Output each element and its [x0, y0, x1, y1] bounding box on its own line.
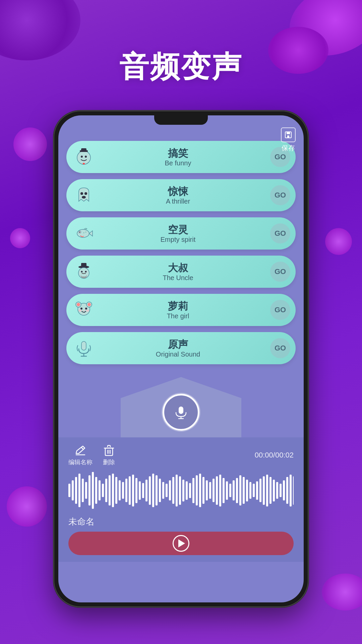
wave-bar	[125, 479, 127, 502]
svg-point-29	[78, 310, 82, 312]
effect-name-cn-spirit: 空灵	[86, 224, 270, 236]
wave-bar	[216, 476, 218, 505]
wave-bar	[72, 480, 74, 500]
go-button-spirit[interactable]: GO	[270, 223, 290, 244]
bottom-area: 编辑名称 删除 00:00/00:02	[58, 437, 304, 562]
wave-bar	[115, 477, 117, 504]
wave-bar	[280, 484, 282, 497]
play-triangle-icon	[178, 539, 185, 547]
wave-bar	[88, 475, 90, 505]
effect-name-en-girl: The girl	[86, 312, 270, 320]
effect-text-girl: 萝莉 The girl	[86, 300, 270, 320]
effect-row-funny[interactable]: 搞笑 Be funny GO	[66, 141, 296, 173]
svg-point-31	[83, 310, 84, 311]
effect-row-girl[interactable]: 萝莉 The girl GO	[66, 294, 296, 326]
effect-text-spirit: 空灵 Empty spirit	[86, 224, 270, 244]
effect-name-cn-thriller: 惊悚	[86, 185, 270, 198]
wave-bar	[182, 480, 184, 501]
effect-row-thriller[interactable]: 惊悚 A thriller GO	[66, 179, 296, 211]
save-button[interactable]: 保存	[281, 127, 296, 153]
go-button-thriller[interactable]: GO	[270, 185, 290, 205]
svg-line-38	[81, 447, 83, 449]
page-title: 音频变声	[0, 47, 362, 87]
go-button-girl[interactable]: GO	[270, 300, 290, 320]
svg-point-20	[81, 271, 83, 273]
bg-decoration-6	[7, 486, 47, 527]
wave-bar	[259, 479, 261, 502]
wave-bar	[82, 479, 84, 502]
svg-point-15	[83, 232, 84, 233]
effect-text-uncle: 大叔 The Uncle	[86, 262, 270, 282]
wave-bar	[192, 478, 194, 503]
wave-bar	[236, 478, 238, 503]
wave-bar	[68, 484, 70, 497]
wave-bar	[132, 475, 134, 506]
wave-bar	[202, 477, 204, 504]
wave-bar	[243, 477, 245, 504]
wave-bar	[189, 483, 191, 498]
wave-bar	[226, 481, 228, 500]
bottom-controls: 编辑名称 删除 00:00/00:02	[68, 444, 294, 466]
wave-bar	[283, 480, 285, 500]
mic-area	[58, 370, 304, 437]
effect-row-spirit[interactable]: 空灵 Empty spirit GO	[66, 217, 296, 250]
svg-rect-1	[287, 132, 290, 134]
wave-bar	[233, 480, 235, 500]
wave-bar	[159, 479, 161, 502]
wave-bar	[95, 477, 97, 504]
wave-bar	[213, 479, 215, 502]
effect-name-en-thriller: A thriller	[86, 198, 270, 205]
effect-name-cn-uncle: 大叔	[86, 262, 270, 274]
wave-bar	[162, 482, 164, 499]
wave-bar	[239, 475, 241, 505]
waveform	[68, 470, 294, 511]
wave-bar	[186, 481, 188, 500]
wave-bar	[129, 476, 131, 505]
wave-bar	[269, 477, 272, 504]
svg-point-27	[80, 308, 82, 310]
delete-button[interactable]: 删除	[103, 444, 115, 466]
effect-name-cn-girl: 萝莉	[86, 300, 270, 312]
edit-name-button[interactable]: 编辑名称	[68, 444, 93, 466]
wave-bar	[152, 474, 154, 507]
svg-rect-32	[81, 341, 86, 350]
wave-bar	[286, 477, 288, 504]
go-button-uncle[interactable]: GO	[270, 262, 290, 282]
wave-bar	[119, 480, 121, 500]
phone-notch	[154, 115, 208, 125]
save-icon	[281, 127, 296, 142]
file-name: 未命名	[68, 516, 294, 528]
save-label: 保存	[282, 144, 295, 153]
effect-text-thriller: 惊悚 A thriller	[86, 185, 270, 205]
wave-bar	[206, 480, 208, 500]
effect-row-uncle[interactable]: 大叔 The Uncle GO	[66, 256, 296, 288]
effects-list: 搞笑 Be funny GO	[58, 129, 304, 364]
svg-point-9	[80, 192, 83, 195]
wave-bar	[209, 482, 211, 499]
play-button[interactable]	[173, 535, 189, 552]
effect-name-cn-original: 原声	[86, 338, 270, 351]
wave-bar	[199, 474, 201, 507]
wave-bar	[75, 477, 77, 504]
wave-bar	[105, 479, 107, 502]
wave-bar	[122, 482, 124, 499]
wave-bar	[253, 484, 255, 497]
wave-bar	[196, 475, 198, 505]
bg-decoration-5	[325, 228, 352, 255]
effect-name-en-spirit: Empty spirit	[86, 236, 270, 244]
go-button-original[interactable]: GO	[270, 338, 290, 358]
svg-rect-35	[179, 407, 183, 414]
wave-bar	[142, 483, 144, 498]
phone-screen: 保存	[58, 115, 304, 602]
wave-bar	[99, 480, 101, 500]
wave-bar	[249, 482, 251, 499]
wave-bar	[293, 476, 294, 505]
play-bar[interactable]	[68, 532, 294, 555]
bg-decoration-3	[13, 127, 47, 161]
svg-point-11	[82, 196, 86, 199]
record-button[interactable]	[163, 394, 199, 431]
effect-text-original: 原声 Original Sound	[86, 338, 270, 358]
wave-bar	[139, 481, 141, 500]
effect-row-original[interactable]: 原声 Original Sound GO	[66, 332, 296, 364]
wave-bar	[92, 472, 94, 509]
